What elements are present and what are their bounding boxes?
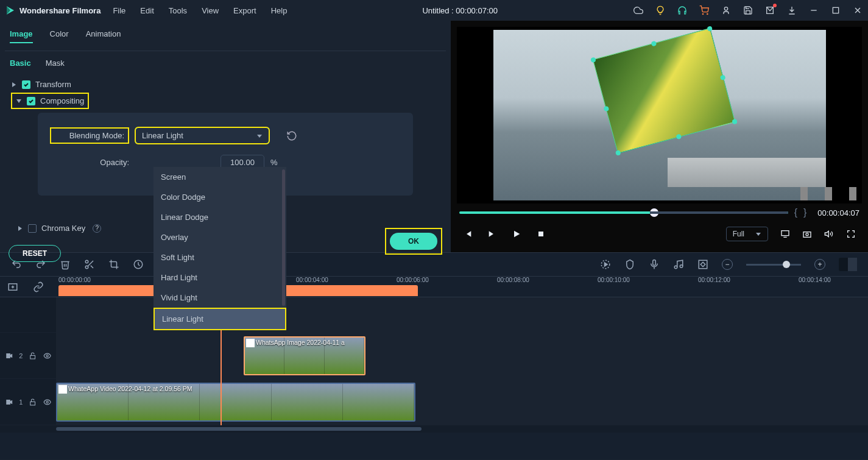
prev-frame-icon[interactable] <box>463 229 473 239</box>
blend-option-screen[interactable]: Screen <box>153 167 286 187</box>
ok-button[interactable]: OK <box>390 233 437 250</box>
timeline: 00:00:00:00 00:00:04:00 00:00:06:00 00:0… <box>0 277 868 459</box>
clip-image-overlay[interactable]: WhatsApp Image 2022-04-11 a <box>244 336 365 375</box>
save-icon[interactable] <box>743 5 753 16</box>
menu-export[interactable]: Export <box>233 6 256 15</box>
playback-controls: Full <box>457 222 862 246</box>
blend-option-color-dodge[interactable]: Color Dodge <box>153 187 286 207</box>
close-icon[interactable] <box>852 5 863 16</box>
blending-mode-dropdown: Screen Color Dodge Linear Dodge Overlay … <box>153 167 286 330</box>
blend-option-linear-light[interactable]: Linear Light <box>153 308 286 330</box>
menu-file[interactable]: File <box>113 6 125 15</box>
svg-rect-7 <box>538 232 543 236</box>
preview-progress: { } 00:00:04:07 <box>457 203 862 222</box>
stop-icon[interactable] <box>536 229 546 239</box>
compositing-label: Compositing <box>40 96 84 105</box>
chroma-key-checkbox[interactable] <box>28 224 37 233</box>
track-2: 2 WhatsApp Image 2022-04-11 a <box>0 333 868 379</box>
maximize-icon[interactable] <box>830 5 841 16</box>
track-lock-icon[interactable] <box>29 398 37 406</box>
svg-point-31 <box>46 401 48 403</box>
ruler-tick-2: 00:00:06:00 <box>397 277 429 283</box>
ruler-tick-0: 00:00:00:00 <box>58 277 91 283</box>
track-lock-icon[interactable] <box>29 352 37 360</box>
compositing-checkbox[interactable] <box>27 97 35 105</box>
snapshot-icon[interactable] <box>802 229 812 239</box>
menu-edit[interactable]: Edit <box>140 6 153 15</box>
blend-option-hard-light[interactable]: Hard Light <box>153 267 286 288</box>
menu-tools[interactable]: Tools <box>169 6 187 15</box>
track-2-label: 2 <box>19 352 23 359</box>
minimize-icon[interactable] <box>808 5 819 16</box>
chroma-key-label: Chroma Key <box>41 224 85 233</box>
timeline-view-toggle[interactable] <box>839 258 857 271</box>
main-menu-bar: File Edit Tools View Export Help <box>113 6 287 15</box>
timeline-scrollbar[interactable] <box>0 425 868 433</box>
progress-slider[interactable] <box>459 211 788 214</box>
ruler-tick-3: 00:00:08:00 <box>497 277 529 283</box>
download-icon[interactable] <box>786 5 797 16</box>
mark-in-icon[interactable]: { <box>794 207 797 218</box>
fullscreen-icon[interactable] <box>846 229 856 239</box>
clip-image-label: WhatsApp Image 2022-04-11 a <box>256 339 345 346</box>
track-video-icon <box>5 398 13 406</box>
preview-canvas[interactable] <box>457 27 862 203</box>
clip-video-label: WhateApp Video 2022-04-12 at 2.09.56 PM <box>68 385 192 392</box>
menu-view[interactable]: View <box>202 6 219 15</box>
marker-icon[interactable] <box>624 259 635 270</box>
render-icon[interactable] <box>600 259 611 270</box>
display-icon[interactable] <box>780 229 790 239</box>
track-visible-icon[interactable] <box>43 398 51 406</box>
titlebar-actions <box>633 5 863 16</box>
track-video-icon <box>5 352 13 360</box>
zoom-out-icon[interactable]: − <box>722 259 733 270</box>
blend-option-overlay[interactable]: Overlay <box>153 227 286 247</box>
blending-mode-select[interactable]: Linear Light <box>135 127 269 144</box>
link-icon[interactable] <box>33 281 44 292</box>
transform-checkbox[interactable] <box>22 80 30 89</box>
support-icon[interactable] <box>677 5 688 16</box>
cloud-icon[interactable] <box>633 5 644 16</box>
compositing-section-header[interactable]: Compositing <box>11 93 89 109</box>
account-icon[interactable] <box>721 5 732 16</box>
play-icon[interactable] <box>512 229 521 239</box>
ruler-tick-1: 00:00:04:00 <box>296 277 328 283</box>
transform-section-header[interactable]: Transform <box>11 76 440 93</box>
svg-point-11 <box>806 233 808 236</box>
volume-icon[interactable] <box>824 229 834 239</box>
tab-animation[interactable]: Animation <box>86 29 121 43</box>
cart-icon[interactable] <box>699 5 710 16</box>
preview-overlay-clip[interactable] <box>592 28 735 154</box>
reset-button[interactable]: RESET <box>9 245 61 262</box>
reset-blending-icon[interactable] <box>286 130 297 141</box>
help-icon[interactable]: ? <box>93 224 101 233</box>
tab-color[interactable]: Color <box>50 29 69 43</box>
ruler-tick-4: 00:00:10:00 <box>598 277 630 283</box>
tips-icon[interactable] <box>655 5 666 16</box>
titlebar: Wondershare Filmora File Edit Tools View… <box>0 0 868 21</box>
blend-option-linear-dodge[interactable]: Linear Dodge <box>153 207 286 227</box>
message-icon[interactable] <box>764 5 775 16</box>
track-visible-icon[interactable] <box>43 352 51 360</box>
subtab-basic[interactable]: Basic <box>10 58 31 68</box>
audio-mixer-icon[interactable] <box>673 259 684 270</box>
clip-main-video[interactable]: WhateApp Video 2022-04-12 at 2.09.56 PM <box>56 383 415 422</box>
svg-point-2 <box>724 7 727 10</box>
zoom-in-icon[interactable]: + <box>814 259 825 270</box>
blend-option-soft-light[interactable]: Soft Light <box>153 247 286 267</box>
mark-out-icon[interactable]: } <box>803 207 806 218</box>
keyframe-icon[interactable] <box>697 259 708 270</box>
add-track-icon[interactable] <box>7 281 18 292</box>
app-name: Wondershare Filmora <box>19 6 101 15</box>
voiceover-icon[interactable] <box>649 259 660 270</box>
menu-help[interactable]: Help <box>271 6 288 15</box>
tab-image[interactable]: Image <box>10 29 33 43</box>
zoom-slider[interactable] <box>746 264 801 266</box>
svg-marker-12 <box>825 231 828 236</box>
next-frame-icon[interactable] <box>487 229 497 239</box>
property-tabs: Image Color Animation <box>5 27 446 51</box>
dropdown-scrollbar[interactable] <box>282 169 285 306</box>
blend-option-vivid-light[interactable]: Vivid Light <box>153 288 286 308</box>
preview-quality-select[interactable]: Full <box>726 227 768 241</box>
subtab-mask[interactable]: Mask <box>46 58 65 68</box>
